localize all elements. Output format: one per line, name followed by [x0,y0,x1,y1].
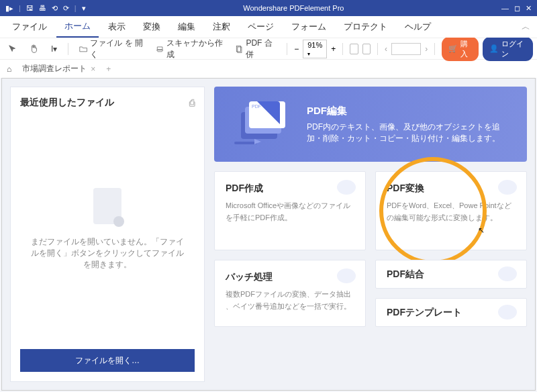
actions-panel: PDF PDF編集 PDF内のテキスト、画像、及び他のオブジェクトを追加・削除・… [214,87,527,382]
menu-file[interactable]: ファイル [4,17,55,37]
app-title: Wondershare PDFelement Pro [86,4,501,12]
card-batch[interactable]: バッチ処理 複数PDFファイルの変換、データ抽出 、ベイツ番号追加などを一括で実… [214,260,366,327]
maximize-icon[interactable]: ◻ [514,4,520,13]
empty-message: まだファイルを開いていません。「ファイルを開く」ボタンをクリックしてファイルを開… [30,236,185,271]
fit-width-icon[interactable] [362,44,371,54]
convert-icon [498,180,517,195]
print-icon[interactable]: 🖶 [39,4,46,12]
recent-files-title: 最近使用したファイル [20,97,114,109]
menu-view[interactable]: 表示 [100,17,134,37]
open-file-large-button[interactable]: ファイルを開く… [20,349,195,372]
hero-title: PDF編集 [307,105,514,117]
zoom-in-button[interactable]: + [331,44,336,54]
hero-desc: PDF内のテキスト、画像、及び他のオブジェクトを追加・削除・カット・コピー・貼り… [307,121,514,144]
create-icon [337,180,356,195]
hero-pdf-edit[interactable]: PDF PDF編集 PDF内のテキスト、画像、及び他のオブジェクトを追加・削除・… [214,87,527,162]
menu-page[interactable]: ページ [240,17,282,37]
tool-hand-icon[interactable] [26,42,43,56]
merge-pdf-button[interactable]: PDF 合併 [231,36,280,62]
menu-annotate[interactable]: 注釈 [205,17,238,37]
card-desc: PDFをWord、Excel、Powe Pointなどの編集可能な形式に変換しま… [387,200,516,224]
close-tab-icon[interactable]: × [91,64,95,74]
card-pdf-create[interactable]: PDF作成 Microsoft Officeや画像などのファイルを手軽にPDF作… [214,171,366,250]
menu-bar: ファイル ホーム 表示 変換 編集 注釈 ページ フォーム プロテクト ヘルプ … [0,16,537,38]
fit-page-icon[interactable] [350,44,358,54]
zoom-out-button[interactable]: − [294,44,299,54]
card-desc: 複数PDFファイルの変換、データ抽出 、ベイツ番号追加などを一括で実行。 [226,289,354,312]
title-bar: ▮▸ | 🖫 🖶 ⟲ ⟳ | ▾ Wondershare PDFelement … [0,0,537,16]
svg-text:PDF: PDF [252,104,261,109]
workspace: 最近使用したファイル ⎙ まだファイルを開いていません。「ファイルを開く」ボタン… [1,78,536,391]
next-page-button[interactable]: › [425,44,428,54]
card-title: PDF結合 [387,268,516,281]
menu-convert[interactable]: 変換 [135,17,168,37]
combine-icon [498,266,517,281]
cart-icon: 🛒 [448,44,458,53]
document-tab-label: 市場調査レポート [22,63,87,75]
app-logo-icon: ▮▸ [5,4,13,13]
card-combine[interactable]: PDF結合 [375,260,527,289]
redo-icon[interactable]: ⟳ [63,4,69,13]
card-title: PDFテンプレート [387,307,516,319]
menu-help[interactable]: ヘルプ [397,17,439,37]
document-tab[interactable]: 市場調査レポート × [17,63,101,75]
template-icon [498,305,517,320]
card-title: PDF作成 [226,183,354,195]
open-file-button[interactable]: ファイル を 開く [75,36,148,62]
new-tab-button[interactable]: + [106,64,111,74]
buy-button[interactable]: 🛒購入 [442,37,479,61]
pin-icon[interactable]: ⎙ [189,97,195,108]
empty-file-icon [93,188,121,224]
collapse-ribbon-icon[interactable]: ︿ [522,21,530,33]
tool-select-icon[interactable] [4,42,21,56]
card-desc: Microsoft Officeや画像などのファイルを手軽にPDF作成。 [226,200,354,224]
undo-icon[interactable]: ⟲ [52,4,58,13]
home-tab-icon[interactable]: ⌂ [7,64,11,74]
svg-rect-6 [234,142,257,144]
hero-illustration-icon: PDF [228,97,295,151]
prev-page-button[interactable]: ‹ [385,44,387,54]
page-number-input[interactable] [391,43,421,55]
tool-ibeam-icon[interactable]: I▾ [47,42,61,56]
recent-files-panel: 最近使用したファイル ⎙ まだファイルを開いていません。「ファイルを開く」ボタン… [10,87,205,382]
svg-marker-7 [254,139,261,144]
toolbar: I▾ ファイル を 開く スキャナから作成 PDF 合併 − 91% ▾ + ‹… [0,38,537,59]
card-title: バッチ処理 [226,271,354,283]
menu-protect[interactable]: プロテクト [336,17,395,37]
menu-home[interactable]: ホーム [56,16,99,38]
card-template[interactable]: PDFテンプレート [375,298,527,327]
from-scanner-button[interactable]: スキャナから作成 [152,36,227,62]
user-icon: 👤 [489,44,499,53]
minimize-icon[interactable]: — [501,4,509,13]
menu-form[interactable]: フォーム [283,17,334,37]
login-button[interactable]: 👤ログイン [483,37,533,61]
close-icon[interactable]: ✕ [526,4,532,13]
batch-icon [337,268,356,283]
menu-edit[interactable]: 編集 [170,17,203,37]
card-pdf-convert[interactable]: PDF変換 PDFをWord、Excel、Powe Pointなどの編集可能な形… [375,171,527,250]
save-icon[interactable]: 🖫 [26,4,34,12]
cursor-icon: ↖ [478,226,485,235]
card-title: PDF変換 [387,183,516,195]
zoom-level[interactable]: 91% ▾ [303,40,327,58]
